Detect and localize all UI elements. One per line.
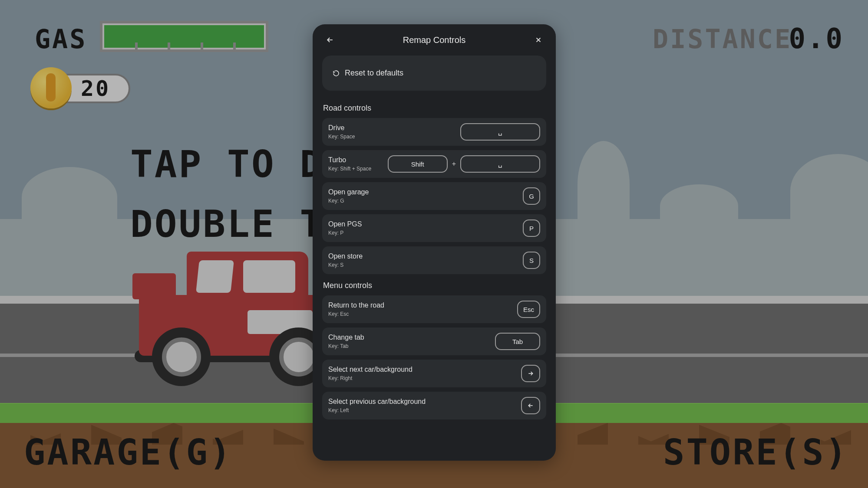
row-label: Return to the road [328,301,384,309]
reset-to-defaults-button[interactable]: Reset to defaults [322,56,546,91]
row-sublabel: Key: P [328,230,362,236]
back-button[interactable] [322,32,338,48]
modal-header: Remap Controls [313,24,556,56]
coin-count: 20 [81,76,110,101]
keycap-left[interactable] [521,397,540,414]
row-label: Open store [328,252,363,260]
row-sublabel: Key: Shift + Space [328,166,371,172]
row-sublabel: Key: Space [328,134,355,140]
row-label: Open PGS [328,220,362,228]
keycap-shift[interactable]: Shift [388,155,448,173]
control-row-open-store: Open store Key: S S [322,246,546,274]
modal-body: Reset to defaults Road controls Drive Ke… [313,56,556,433]
row-label: Change tab [328,334,364,341]
row-label: Select previous car/background [328,398,426,406]
distance-value: 0.0 [789,23,844,55]
keycap-tab[interactable]: Tab [495,333,540,350]
keycap-space[interactable]: ␣ [460,155,540,173]
row-sublabel: Key: G [328,198,369,204]
hill [578,141,630,228]
section-title-road: Road controls [323,104,545,113]
control-row-return: Return to the road Key: Esc Esc [322,295,546,323]
remap-controls-modal: Remap Controls Reset to defaults Road co… [313,24,556,461]
row-label: Open garage [328,188,369,196]
plus-separator: + [451,160,457,168]
coin-icon [30,67,72,108]
control-row-open-garage: Open garage Key: G G [322,182,546,210]
arrow-right-icon [527,370,534,377]
distance-label: DISTANCE [653,24,792,54]
row-sublabel: Key: Right [328,375,413,381]
control-row-open-pgs: Open PGS Key: P P [322,214,546,242]
row-label: Turbo [328,156,371,164]
garage-button[interactable]: GARAGE(G) [24,432,232,473]
keycap-space[interactable]: ␣ [460,123,540,141]
wheel-icon [152,328,211,386]
gas-bar [100,21,268,52]
control-row-select-next: Select next car/background Key: Right [322,360,546,387]
control-row-turbo: Turbo Key: Shift + Space Shift + ␣ [322,150,546,178]
hill [22,167,117,228]
row-sublabel: Key: S [328,262,363,268]
row-label: Select next car/background [328,366,413,373]
gas-label: GAS [35,24,87,54]
row-label: Drive [328,124,355,132]
keycap-right[interactable] [521,365,540,382]
close-icon [535,36,542,44]
reset-icon [333,70,340,77]
car [135,239,343,386]
row-sublabel: Key: Esc [328,311,384,317]
arrow-left-icon [326,36,334,44]
row-sublabel: Key: Tab [328,343,364,349]
modal-title: Remap Controls [403,35,466,45]
arrow-left-icon [527,402,534,409]
control-row-drive: Drive Key: Space ␣ [322,118,546,146]
row-sublabel: Key: Left [328,407,426,413]
keycap-s[interactable]: S [523,252,540,269]
keycap-esc[interactable]: Esc [517,301,540,318]
store-button[interactable]: STORE(S) [663,432,848,473]
control-row-change-tab: Change tab Key: Tab Tab [322,328,546,355]
close-button[interactable] [531,32,546,48]
keycap-p[interactable]: P [523,219,540,237]
gas-fill [104,25,264,48]
keycap-g[interactable]: G [523,187,540,205]
control-row-select-prev: Select previous car/background Key: Left [322,392,546,419]
reset-label: Reset to defaults [345,69,403,78]
section-title-menu: Menu controls [323,281,545,290]
